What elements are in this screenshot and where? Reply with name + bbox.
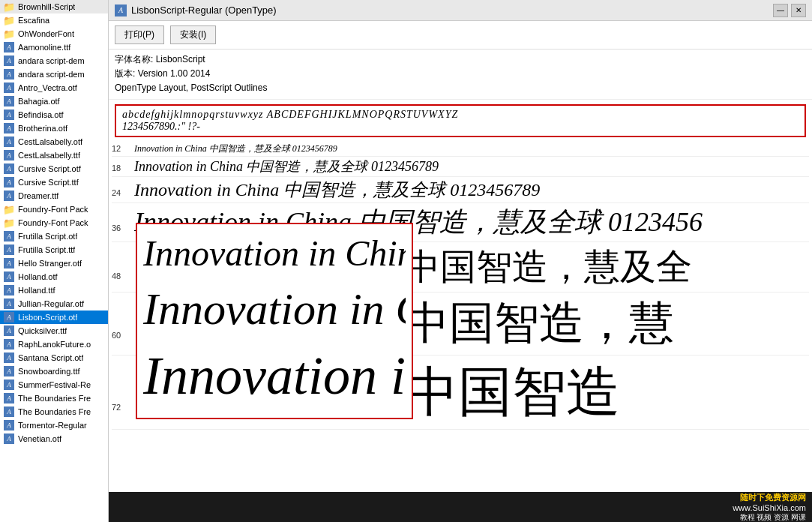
status-bar: 随时下免费资源网 www.SuiShiXia.com 教程 视频 资源 网课 bbox=[109, 492, 812, 522]
install-button[interactable]: 安装(I) bbox=[170, 26, 216, 44]
file-name-label: Brotherina.otf bbox=[18, 124, 67, 133]
file-name-label: RaphLanokFuture.o bbox=[18, 340, 91, 349]
font-title-icon: A bbox=[115, 4, 127, 16]
file-name-label: Santana Script.otf bbox=[18, 353, 83, 362]
preview-text: Innovation in China 中国智造，慧及全球 0123456789 bbox=[134, 142, 337, 155]
file-list-item[interactable]: ASnowboarding.ttf bbox=[0, 364, 108, 378]
file-list-item[interactable]: 📁OhWonderFont bbox=[0, 27, 108, 40]
file-list-item[interactable]: ASantana Script.otf bbox=[0, 351, 108, 364]
zh-preview-text: 中国智造，慧及全 bbox=[404, 243, 692, 291]
file-list-item[interactable]: AHolland.otf bbox=[0, 270, 108, 284]
file-list-item[interactable]: ABrotherina.otf bbox=[0, 122, 108, 135]
file-list-item[interactable]: ABahagia.otf bbox=[0, 94, 108, 108]
file-name-label: Brownhill-Script bbox=[18, 2, 75, 11]
file-name-label: Lisbon-Script.otf bbox=[18, 313, 77, 322]
size-preview-row: 12Innovation in China 中国智造，慧及全球 01234567… bbox=[112, 142, 809, 157]
minimize-button[interactable]: — bbox=[773, 4, 788, 17]
file-name-label: Cursive Script.ttf bbox=[18, 178, 79, 187]
file-list-item[interactable]: ABefindisa.otf bbox=[0, 108, 108, 122]
font-file-icon: A bbox=[3, 82, 15, 94]
watermark: 随时下免费资源网 www.SuiShiXia.com 教程 视频 资源 网课 bbox=[733, 492, 806, 523]
watermark-line1: 随时下免费资源网 bbox=[733, 492, 806, 503]
watermark-line3: 教程 视频 资源 网课 bbox=[733, 512, 806, 523]
file-list-item[interactable]: ADreamer.ttf bbox=[0, 189, 108, 202]
file-list-item[interactable]: Aandara script-dem bbox=[0, 68, 108, 81]
close-button[interactable]: ✕ bbox=[791, 4, 806, 17]
font-file-icon: A bbox=[3, 365, 15, 377]
file-name-label: Snowboarding.ttf bbox=[18, 367, 80, 376]
file-name-label: Bahagia.otf bbox=[18, 97, 60, 106]
toolbar: 打印(P) 安装(I) bbox=[109, 21, 812, 50]
file-list-item[interactable]: ACestLalsabelly.otf bbox=[0, 135, 108, 148]
size-label: 12 bbox=[112, 144, 134, 153]
file-name-label: Holland.ttf bbox=[18, 286, 55, 295]
folder-icon: 📁 bbox=[3, 203, 15, 215]
title-bar: A LisbonScript-Regular (OpenType) — ✕ bbox=[109, 0, 812, 21]
large-preview-script-row: Innovation in China bbox=[143, 229, 406, 278]
file-list-item[interactable]: AAamonoline.ttf bbox=[0, 40, 108, 54]
file-list-item[interactable]: ACursive Script.ttf bbox=[0, 176, 108, 189]
file-list-item[interactable]: ALisbon-Script.otf bbox=[0, 310, 108, 324]
file-list-item[interactable]: ATormentor-Regular bbox=[0, 418, 108, 432]
zh-preview-text: 中国智造，慧 bbox=[404, 293, 674, 354]
file-name-label: andara script-dem bbox=[18, 70, 85, 79]
folder-icon: 📁 bbox=[3, 28, 15, 40]
font-file-icon: A bbox=[3, 244, 15, 256]
file-list-item[interactable]: AQuicksilver.ttf bbox=[0, 324, 108, 338]
folder-icon: 📁 bbox=[3, 14, 15, 26]
file-list-item[interactable]: AHello Stranger.otf bbox=[0, 256, 108, 270]
size-label: 24 bbox=[112, 188, 134, 197]
file-list-item[interactable]: 📁Foundry-Font Pack bbox=[0, 216, 108, 230]
file-list-item[interactable]: ACestLalsabelly.ttf bbox=[0, 148, 108, 162]
alphabet-preview-line2: 1234567890.:" !?- bbox=[122, 121, 799, 133]
file-list-item[interactable]: AThe Boundaries Fre bbox=[0, 392, 108, 405]
file-list[interactable]: 📁Brownhill-Script📁Escafina📁OhWonderFontA… bbox=[0, 0, 109, 522]
file-name-label: Quicksilver.ttf bbox=[18, 326, 67, 335]
file-list-item[interactable]: AFrutilla Script.otf bbox=[0, 230, 108, 243]
file-name-label: CestLalsabelly.otf bbox=[18, 137, 82, 146]
print-button[interactable]: 打印(P) bbox=[115, 26, 164, 44]
size-label: 72 bbox=[112, 403, 134, 412]
file-list-item[interactable]: 📁Escafina bbox=[0, 14, 108, 27]
file-name-label: Befindisa.otf bbox=[18, 110, 64, 119]
file-name-label: Venetian.otf bbox=[18, 434, 61, 443]
file-list-item[interactable]: AAntro_Vectra.otf bbox=[0, 81, 108, 94]
alphabet-preview-box: abcdefghijklmnopqrstuvwxyz ABCDEFGHIJKLM… bbox=[115, 104, 806, 137]
size-label: 48 bbox=[112, 272, 134, 280]
font-info: 字体名称: LisbonScript 版本: Version 1.00 2014… bbox=[109, 50, 812, 100]
font-file-icon: A bbox=[3, 55, 15, 67]
file-name-label: Aamonoline.ttf bbox=[18, 43, 70, 52]
large-preview-script-row: Innovation in China bbox=[143, 340, 406, 413]
size-label: 60 bbox=[112, 331, 134, 340]
file-list-item[interactable]: AHolland.ttf bbox=[0, 284, 108, 297]
file-list-item[interactable]: AJullian-Regular.otf bbox=[0, 297, 108, 310]
font-file-icon: A bbox=[3, 392, 15, 404]
size-label: 18 bbox=[112, 164, 134, 172]
font-file-icon: A bbox=[3, 122, 15, 134]
font-file-icon: A bbox=[3, 311, 15, 323]
file-list-item[interactable]: ASummerFestival-Re bbox=[0, 378, 108, 392]
file-list-item[interactable]: AThe Boundaries Fre bbox=[0, 405, 108, 418]
file-name-label: OhWonderFont bbox=[18, 29, 74, 38]
file-list-item[interactable]: ACursive Script.otf bbox=[0, 162, 108, 176]
file-name-label: Frutilla Script.otf bbox=[18, 232, 77, 241]
font-file-icon: A bbox=[3, 136, 15, 148]
file-list-item[interactable]: Aandara script-dem bbox=[0, 54, 108, 68]
font-type-line: OpenType Layout, PostScript Outlines bbox=[115, 81, 806, 95]
font-file-icon: A bbox=[3, 433, 15, 445]
font-file-icon: A bbox=[3, 163, 15, 175]
preview-text: Innovation in China 中国智造，慧及全球 0123456789 bbox=[134, 158, 439, 176]
file-list-item[interactable]: 📁Brownhill-Script bbox=[0, 0, 108, 14]
file-list-item[interactable]: ARaphLanokFuture.o bbox=[0, 338, 108, 351]
file-name-label: The Boundaries Fre bbox=[18, 394, 91, 403]
window-title: LisbonScript-Regular (OpenType) bbox=[131, 4, 277, 16]
size-preview-row: 24Innovation in China 中国智造，慧及全球 01234567… bbox=[112, 177, 809, 203]
file-list-item[interactable]: AFrutilla Script.ttf bbox=[0, 243, 108, 256]
font-file-icon: A bbox=[3, 271, 15, 283]
file-list-item[interactable]: 📁Foundry-Font Pack bbox=[0, 202, 108, 216]
file-list-item[interactable]: AVenetian.otf bbox=[0, 432, 108, 446]
font-preview-panel: A LisbonScript-Regular (OpenType) — ✕ 打印… bbox=[109, 0, 812, 522]
font-file-icon: A bbox=[3, 95, 15, 107]
title-bar-controls[interactable]: — ✕ bbox=[773, 4, 806, 17]
file-name-label: CestLalsabelly.ttf bbox=[18, 151, 80, 160]
